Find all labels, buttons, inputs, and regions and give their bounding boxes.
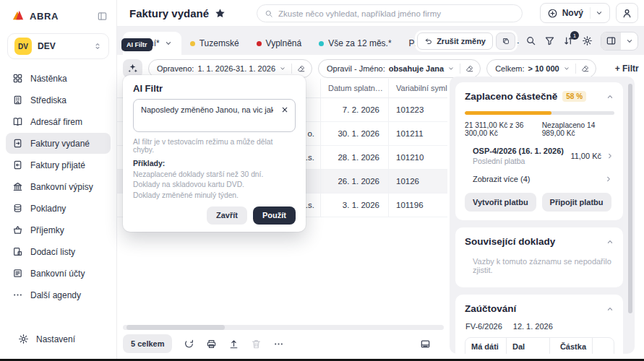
dashboard-icon <box>12 73 23 84</box>
workspace-name: DEV <box>38 41 56 51</box>
ai-filter-tooltip: AI Filtr <box>121 38 153 51</box>
ai-popup-note: AI filtr je v testovacím režimu a může d… <box>133 138 296 154</box>
favorite-star-icon[interactable] <box>215 8 226 19</box>
filter-funnel-button[interactable] <box>544 35 555 46</box>
filter-chip-celkem[interactable]: Celkem: > 10 000 <box>486 59 596 78</box>
show-more-payments[interactable]: Zobrazit více (4) <box>473 175 613 183</box>
workspace-switcher[interactable]: DV DEV <box>7 33 109 59</box>
sort-button[interactable]: 1 <box>563 35 574 46</box>
tab-vse-za-12-mes[interactable]: Vše za 12 měs.* <box>310 32 400 55</box>
apply-button[interactable]: Použít <box>253 206 296 225</box>
tab-tuzemske[interactable]: Tuzemské <box>181 32 248 55</box>
column-header-due-date[interactable]: Datum splatn… <box>320 79 388 97</box>
chip-chevron-down-icon <box>279 65 286 72</box>
search-icon <box>265 9 273 18</box>
clear-input-close-icon[interactable] <box>280 105 289 114</box>
payment-reference: OSP-4/2026 (16. 1. 2026) <box>473 147 564 155</box>
column-header-variable-symbol[interactable]: Variabilní syml <box>388 79 447 97</box>
detail-scrollbar-thumb[interactable] <box>628 84 632 313</box>
ai-filter-popup: AI Filtr AI filtr je v testovacím režimu… <box>123 75 306 232</box>
table-settings-gear-button[interactable] <box>582 35 593 46</box>
sidebar-item-nastenka[interactable]: Nástěnka <box>6 68 111 89</box>
workspace-avatar: DV <box>14 38 32 55</box>
undo-icon <box>424 37 433 45</box>
payment-amount: 11,00 Kč <box>570 152 601 160</box>
ai-filter-input-box <box>133 99 296 132</box>
chip-chevron-down-icon <box>447 65 455 72</box>
detail-scrollbar[interactable] <box>628 82 632 348</box>
ellipsis-icon <box>12 290 23 300</box>
print-button[interactable] <box>206 339 217 349</box>
tab-vyplnena[interactable]: Vyplněná <box>248 32 311 55</box>
related-card-title: Související doklady <box>465 236 555 247</box>
accounting-card: Zaúčtování FV-6/2026 12. 1. 2026 Má dáti… <box>455 295 623 354</box>
collapse-chevron-up-icon[interactable] <box>606 305 614 313</box>
payment-card-title: Zaplaceno částečně <box>465 91 557 102</box>
sidebar-item-pokladny[interactable]: Pokladny <box>6 198 111 219</box>
accounting-card-title: Zaúčtování <box>465 303 516 314</box>
user-menu-button[interactable] <box>616 3 638 23</box>
more-actions-button[interactable] <box>273 339 284 349</box>
discard-changes-button[interactable]: Zrušit změny <box>417 32 493 50</box>
sidebar-item-faktury-prijate[interactable]: Faktury přijaté <box>6 155 111 175</box>
detail-panel-toggle <box>601 32 638 51</box>
close-button[interactable]: Zavřít <box>207 206 247 225</box>
refresh-button[interactable] <box>184 339 194 349</box>
copy-icon <box>502 37 510 45</box>
plus-circle-icon <box>547 8 558 19</box>
panel-bottom-toggle-button[interactable] <box>420 339 431 349</box>
panel-right-toggle-button[interactable] <box>601 32 621 50</box>
chevron-right-icon <box>606 152 614 160</box>
accounting-doc-date: 12. 1. 2026 <box>513 322 553 331</box>
page-title: Faktury vydané <box>129 7 209 19</box>
sidebar-item-bankovni-ucty[interactable]: Bankovní účty <box>6 263 111 284</box>
delivery-note-icon <box>12 246 23 257</box>
add-filter-button[interactable]: + Filtr <box>615 64 639 74</box>
horizontal-scrollbar[interactable] <box>123 325 444 330</box>
sidebar-item-dodaci-listy[interactable]: Dodací listy <box>6 241 111 262</box>
duplicate-view-button[interactable] <box>496 32 515 50</box>
accounting-table: Má dáti Dal Částka 311000000 343210000 6… <box>465 337 614 354</box>
last-payment-item[interactable]: OSP-4/2026 (16. 1. 2026) Poslední platba… <box>473 147 614 165</box>
search-input[interactable] <box>278 9 515 18</box>
new-button-label: Nový <box>562 8 583 18</box>
table-search-button[interactable] <box>525 35 536 46</box>
person-icon <box>622 8 632 19</box>
sidebar-item-faktury-vydane[interactable]: Faktury vydané <box>6 133 111 154</box>
global-search[interactable] <box>257 4 523 22</box>
coins-icon <box>12 203 23 214</box>
chevron-updown-icon <box>93 42 102 51</box>
panel-chevron-down-button[interactable] <box>621 32 637 50</box>
detail-panel: Zaplaceno částečně 58 % 21 311,00 Kč z 3… <box>450 77 635 354</box>
view-tabstrip: Hlavní* Tuzemské Vyplněná Vše za 12 měs.… <box>117 27 644 55</box>
sidebar-collapse-icon[interactable] <box>97 11 108 22</box>
collapse-chevron-up-icon[interactable] <box>606 238 614 246</box>
filter-chip-opravil-jmeno[interactable]: Opravil - Jméno: obsahuje Jana <box>318 59 481 78</box>
sidebar-item-nastaveni[interactable]: Nastavení <box>12 329 106 349</box>
payment-progress-bar <box>465 111 614 115</box>
create-payment-button[interactable]: Vytvořit platbu <box>465 193 536 212</box>
collapse-chevron-up-icon[interactable] <box>606 92 614 101</box>
chip-chevron-down-icon <box>563 65 570 72</box>
ai-popup-title: AI Filtr <box>133 83 296 94</box>
horizontal-scrollbar-thumb[interactable] <box>126 325 225 330</box>
sidebar-item-bankovni-vypisy[interactable]: Bankovní výpisy <box>6 176 111 197</box>
content-area: Opraveno: 1. 1. 2026-31. 1. 2026 Opravil… <box>117 55 644 359</box>
sidebar-item-strediska[interactable]: Střediska <box>6 90 111 110</box>
building-icon <box>12 95 23 105</box>
chip-clear-icon[interactable] <box>465 64 474 73</box>
sidebar-item-dalsi-agendy[interactable]: Další agendy <box>6 284 111 305</box>
new-chevron-down-icon[interactable] <box>590 7 609 19</box>
topbar: Faktury vydané Nový <box>117 0 644 27</box>
tab-chevron-down-icon <box>164 39 173 48</box>
sidebar-item-prijemky[interactable]: Příjemky <box>6 219 111 240</box>
export-button[interactable] <box>228 339 239 349</box>
sidebar-item-adresar-firem[interactable]: Adresář firem <box>6 111 111 132</box>
new-record-split-button[interactable]: Nový <box>540 3 610 23</box>
ai-filter-input[interactable] <box>134 100 273 114</box>
sort-count-badge: 1 <box>570 31 579 40</box>
chip-clear-icon[interactable] <box>581 64 590 73</box>
attach-payment-button[interactable]: Připojit platbu <box>542 193 611 212</box>
col-credit: Dal <box>506 338 549 354</box>
chip-clear-icon[interactable] <box>297 64 306 73</box>
